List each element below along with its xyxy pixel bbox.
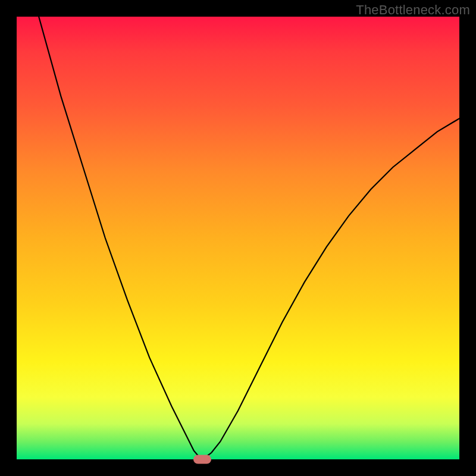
watermark-text: TheBottleneck.com xyxy=(356,2,470,18)
bottleneck-curve xyxy=(17,17,459,459)
optimal-marker xyxy=(193,455,211,464)
plot-area xyxy=(17,17,459,459)
chart-container: TheBottleneck.com xyxy=(0,0,476,476)
